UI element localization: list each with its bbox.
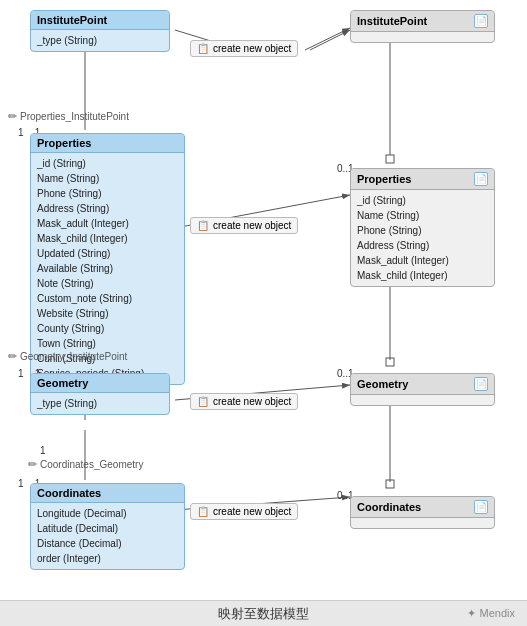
field: Longitude (Decimal) [37, 506, 178, 521]
create-label-2: create new object [213, 220, 291, 231]
field: _type (String) [37, 396, 163, 411]
assoc-label-text2: Geometry_InstitutePoint [20, 351, 127, 362]
entity-geometry-left: Geometry _type (String) [30, 373, 170, 415]
footer: 映射至数据模型 ✦ Mendix [0, 600, 527, 626]
entity-title: Properties [357, 173, 411, 185]
pencil-icon3: ✏ [28, 458, 37, 471]
svg-rect-19 [386, 480, 394, 488]
field: _id (String) [37, 156, 178, 171]
entity-title: InstitutePoint [37, 14, 107, 26]
entity-body-institutepoint-right [351, 32, 494, 42]
assoc-label-text: Properties_InstitutePoint [20, 111, 129, 122]
entity-body-institutepoint-left: _type (String) [31, 30, 169, 51]
mult-geo-left: 1 [18, 368, 24, 379]
entity-coordinates-left: Coordinates Longitude (Decimal) Latitude… [30, 483, 185, 570]
entity-header-properties-left: Properties [31, 134, 184, 153]
field: _id (String) [357, 193, 488, 208]
entity-geometry-right: Geometry 📄 [350, 373, 495, 406]
mult-coord-1: 1 [40, 445, 46, 456]
mult-left-1: 1 [18, 127, 24, 138]
field: Mask_child (Integer) [37, 231, 178, 246]
create-label-4: create new object [213, 506, 291, 517]
assoc-properties-institutepoint: ✏ Properties_InstitutePoint [8, 110, 129, 123]
entity-title: Coordinates [357, 501, 421, 513]
entity-body-coordinates-left: Longitude (Decimal) Latitude (Decimal) D… [31, 503, 184, 569]
create-button-4[interactable]: 📋 create new object [190, 503, 298, 520]
mendix-icon: ✦ Mendix [467, 607, 515, 620]
document-icon3: 📄 [474, 377, 488, 391]
svg-rect-15 [386, 155, 394, 163]
footer-label: 映射至数据模型 [218, 605, 309, 623]
entity-institutepoint-right: InstitutePoint 📄 [350, 10, 495, 43]
entity-title: Coordinates [37, 487, 101, 499]
field: _type (String) [37, 33, 163, 48]
entity-header-properties-right: Properties 📄 [351, 169, 494, 190]
assoc-coordinates-geometry: ✏ Coordinates_Geometry [28, 458, 143, 471]
create-icon-2: 📋 [197, 220, 209, 231]
create-icon-1: 📋 [197, 43, 209, 54]
assoc-geometry-institutepoint: ✏ Geometry_InstitutePoint [8, 350, 127, 363]
field: Name (String) [37, 171, 178, 186]
svg-rect-17 [386, 358, 394, 366]
create-button-1[interactable]: 📋 create new object [190, 40, 298, 57]
field: Phone (String) [357, 223, 488, 238]
entity-title: InstitutePoint [357, 15, 427, 27]
diagram-area: InstitutePoint _type (String) ✏ Properti… [0, 0, 527, 600]
field: Latitude (Decimal) [37, 521, 178, 536]
field: County (String) [37, 321, 178, 336]
pencil-icon2: ✏ [8, 350, 17, 363]
entity-title: Geometry [357, 378, 408, 390]
mult-coord-left: 1 [18, 478, 24, 489]
field: Distance (Decimal) [37, 536, 178, 551]
field: Mask_adult (Integer) [357, 253, 488, 268]
entity-header-coordinates-right: Coordinates 📄 [351, 497, 494, 518]
pencil-icon: ✏ [8, 110, 17, 123]
field: Updated (String) [37, 246, 178, 261]
create-label-1: create new object [213, 43, 291, 54]
entity-properties-left: Properties _id (String) Name (String) Ph… [30, 133, 185, 385]
entity-institutepoint-left: InstitutePoint _type (String) [30, 10, 170, 52]
assoc-label-text3: Coordinates_Geometry [40, 459, 143, 470]
field: Phone (String) [37, 186, 178, 201]
entity-header-geometry-right: Geometry 📄 [351, 374, 494, 395]
document-icon4: 📄 [474, 500, 488, 514]
create-icon-3: 📋 [197, 396, 209, 407]
field: Custom_note (String) [37, 291, 178, 306]
field: Address (String) [357, 238, 488, 253]
entity-coordinates-right: Coordinates 📄 [350, 496, 495, 529]
entity-title: Properties [37, 137, 91, 149]
svg-line-3 [310, 30, 350, 50]
entity-properties-right: Properties 📄 _id (String) Name (String) … [350, 168, 495, 287]
field: Mask_adult (Integer) [37, 216, 178, 231]
svg-line-4 [305, 28, 350, 50]
document-icon: 📄 [474, 14, 488, 28]
entity-body-geometry-left: _type (String) [31, 393, 169, 414]
field: Available (String) [37, 261, 178, 276]
entity-body-coordinates-right [351, 518, 494, 528]
field: Address (String) [37, 201, 178, 216]
entity-header-geometry-left: Geometry [31, 374, 169, 393]
entity-body-geometry-right [351, 395, 494, 405]
document-icon2: 📄 [474, 172, 488, 186]
field: Town (String) [37, 336, 178, 351]
entity-header-institutepoint-left: InstitutePoint [31, 11, 169, 30]
field: Name (String) [357, 208, 488, 223]
field: order (Integer) [37, 551, 178, 566]
entity-body-properties-right: _id (String) Name (String) Phone (String… [351, 190, 494, 286]
create-label-3: create new object [213, 396, 291, 407]
field: Website (String) [37, 306, 178, 321]
field: Mask_child (Integer) [357, 268, 488, 283]
create-button-3[interactable]: 📋 create new object [190, 393, 298, 410]
entity-header-coordinates-left: Coordinates [31, 484, 184, 503]
create-icon-4: 📋 [197, 506, 209, 517]
entity-header-institutepoint-right: InstitutePoint 📄 [351, 11, 494, 32]
entity-title: Geometry [37, 377, 88, 389]
field: Note (String) [37, 276, 178, 291]
create-button-2[interactable]: 📋 create new object [190, 217, 298, 234]
